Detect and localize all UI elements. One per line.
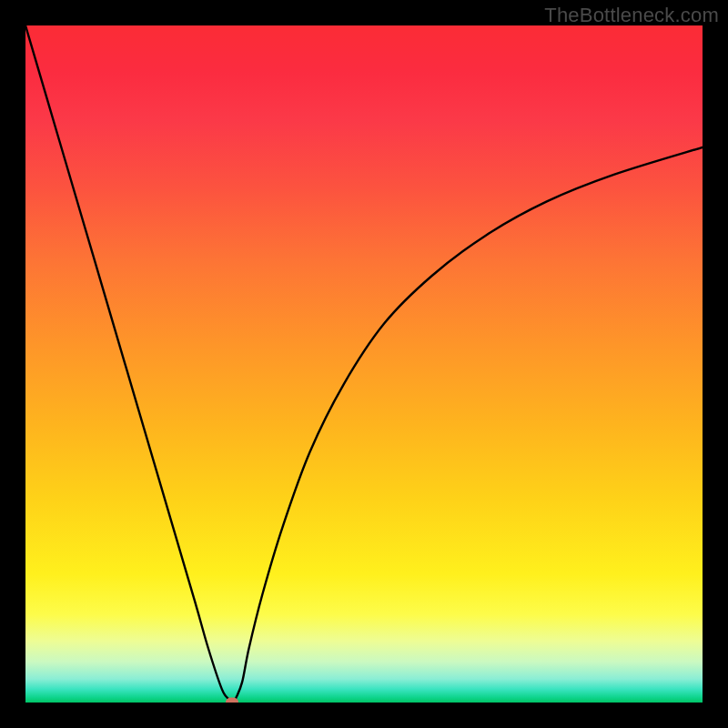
chart-frame: TheBottleneck.com — [0, 0, 728, 728]
optimal-point-marker — [226, 698, 238, 703]
plot-area — [25, 25, 703, 703]
bottleneck-curve — [25, 25, 703, 703]
curve-svg — [25, 25, 703, 703]
watermark-text: TheBottleneck.com — [544, 4, 719, 27]
